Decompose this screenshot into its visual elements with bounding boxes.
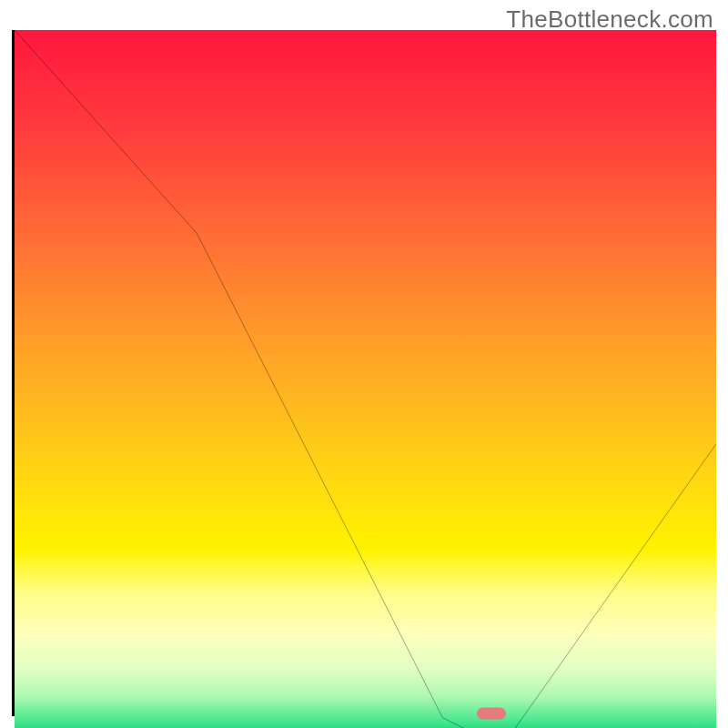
chart-container: TheBottleneck.com [0, 0, 728, 728]
curve-line [15, 30, 716, 728]
plot-area [12, 30, 716, 716]
highlight-marker [477, 708, 506, 720]
